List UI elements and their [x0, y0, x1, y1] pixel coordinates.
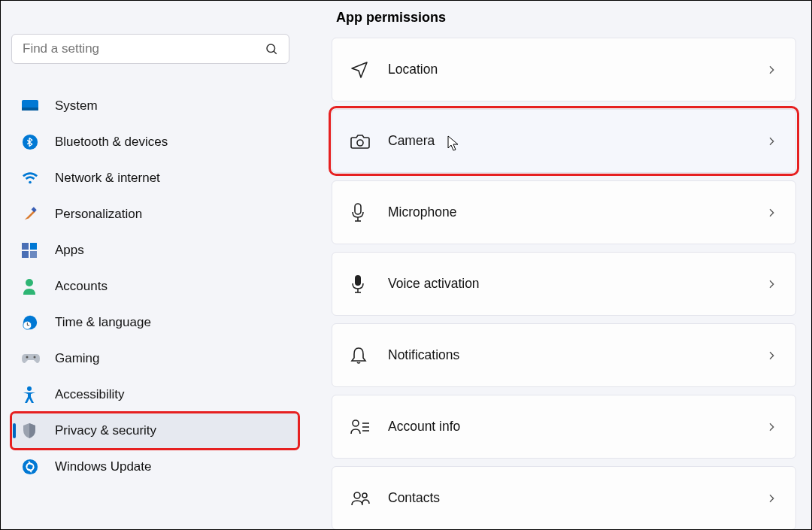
shield-icon	[22, 422, 55, 439]
sidebar-item-label: Windows Update	[55, 459, 152, 474]
permission-item-contacts[interactable]: Contacts	[332, 466, 796, 530]
svg-rect-10	[30, 251, 37, 258]
search-input[interactable]	[23, 41, 265, 56]
sidebar-item-apps[interactable]: Apps	[11, 232, 298, 268]
sidebar-item-label: Accessibility	[55, 387, 125, 402]
sidebar-item-accounts[interactable]: Accounts	[11, 268, 298, 304]
svg-rect-21	[355, 204, 361, 214]
permission-item-notifications[interactable]: Notifications	[332, 323, 796, 387]
sidebar-item-label: Network & internet	[55, 171, 160, 186]
refresh-icon	[22, 459, 55, 475]
account-info-icon	[350, 419, 388, 435]
svg-point-16	[26, 356, 29, 359]
location-icon	[350, 61, 388, 79]
sidebar-item-label: Apps	[55, 243, 84, 258]
paintbrush-icon	[22, 206, 55, 223]
permission-item-location[interactable]: Location	[332, 38, 796, 101]
sidebar-item-label: Time & language	[55, 315, 151, 330]
svg-point-11	[26, 279, 33, 286]
sidebar: System Bluetooth & devices Network & int…	[1, 1, 309, 529]
wifi-icon	[22, 171, 55, 185]
bell-icon	[350, 347, 388, 365]
svg-rect-3	[22, 108, 38, 111]
svg-point-0	[267, 44, 275, 53]
svg-point-31	[354, 492, 360, 498]
svg-rect-24	[355, 275, 361, 286]
chevron-right-icon	[765, 135, 777, 147]
section-title: App permissions	[336, 10, 796, 26]
permission-item-voice[interactable]: Voice activation	[332, 252, 796, 316]
permission-item-label: Microphone	[388, 204, 765, 220]
permission-cards: Location Camera Microphone Voice activat…	[332, 38, 796, 530]
chevron-right-icon	[765, 492, 777, 504]
avatar-stub	[16, 10, 47, 23]
gamepad-icon	[22, 353, 55, 365]
globe-clock-icon	[22, 314, 55, 331]
sidebar-item-network[interactable]: Network & internet	[11, 160, 298, 196]
permission-item-label: Camera	[388, 133, 765, 149]
permission-item-accountinfo[interactable]: Account info	[332, 395, 796, 459]
system-icon	[22, 100, 55, 112]
permission-item-microphone[interactable]: Microphone	[332, 180, 796, 244]
sidebar-item-gaming[interactable]: Gaming	[11, 341, 298, 377]
sidebar-item-update[interactable]: Windows Update	[11, 449, 298, 485]
sidebar-item-privacy[interactable]: Privacy & security	[11, 413, 298, 449]
permission-item-label: Contacts	[388, 490, 765, 506]
chevron-right-icon	[765, 421, 777, 433]
nav-list: System Bluetooth & devices Network & int…	[11, 88, 298, 485]
accessibility-icon	[22, 386, 55, 403]
svg-point-27	[353, 420, 359, 426]
microphone-icon	[350, 203, 388, 223]
svg-rect-9	[22, 251, 29, 258]
voice-icon	[350, 274, 388, 294]
svg-point-19	[23, 459, 38, 474]
svg-rect-7	[22, 243, 29, 250]
chevron-right-icon	[765, 64, 777, 76]
chevron-right-icon	[765, 350, 777, 362]
chevron-right-icon	[765, 278, 777, 290]
contacts-icon	[350, 490, 388, 507]
permission-item-camera[interactable]: Camera	[332, 109, 796, 173]
sidebar-item-label: Accounts	[55, 279, 108, 294]
chevron-right-icon	[765, 207, 777, 219]
search-box[interactable]	[11, 34, 289, 64]
svg-line-1	[274, 51, 277, 54]
svg-point-20	[357, 140, 363, 146]
camera-icon	[350, 133, 388, 150]
sidebar-item-personalization[interactable]: Personalization	[11, 196, 298, 232]
svg-rect-8	[30, 243, 37, 250]
apps-icon	[22, 243, 55, 258]
sidebar-item-label: Bluetooth & devices	[55, 135, 168, 150]
sidebar-item-label: Personalization	[55, 207, 142, 222]
sidebar-item-label: Privacy & security	[55, 423, 156, 438]
svg-point-17	[34, 356, 36, 359]
permission-item-label: Account info	[388, 419, 765, 435]
sidebar-item-accessibility[interactable]: Accessibility	[11, 377, 298, 413]
bluetooth-icon	[22, 134, 55, 150]
svg-rect-6	[32, 207, 37, 212]
main-panel: App permissions Location Camera Micropho…	[309, 1, 811, 529]
permission-item-label: Notifications	[388, 347, 765, 363]
search-icon	[265, 42, 278, 56]
svg-point-32	[362, 493, 367, 498]
permission-item-label: Location	[388, 62, 765, 77]
sidebar-item-time[interactable]: Time & language	[11, 304, 298, 341]
sidebar-item-label: Gaming	[55, 351, 100, 366]
sidebar-item-system[interactable]: System	[11, 88, 298, 124]
svg-point-5	[29, 181, 32, 184]
svg-point-18	[27, 386, 32, 391]
person-icon	[22, 278, 55, 295]
sidebar-item-bluetooth[interactable]: Bluetooth & devices	[11, 124, 298, 160]
permission-item-label: Voice activation	[388, 276, 765, 292]
sidebar-item-label: System	[55, 98, 98, 114]
